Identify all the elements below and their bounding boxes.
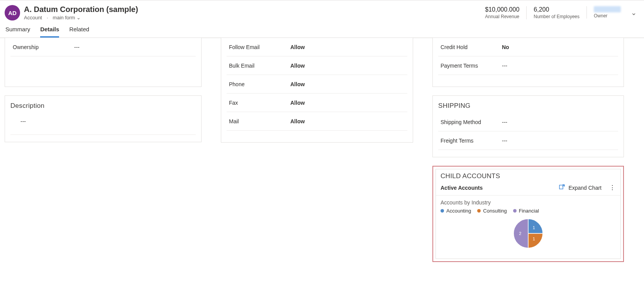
expand-chart-label: Expand Chart bbox=[568, 185, 602, 191]
field-follow-email[interactable]: Follow EmailAllow bbox=[227, 38, 407, 56]
tab-details[interactable]: Details bbox=[40, 26, 59, 37]
legend-label: Financial bbox=[519, 208, 539, 214]
field-ownership[interactable]: Ownership --- bbox=[10, 38, 196, 56]
legend-item: Accounting bbox=[441, 208, 471, 214]
legend-item: Consulting bbox=[477, 208, 507, 214]
tab-summary[interactable]: Summary bbox=[5, 26, 30, 37]
metric-owner[interactable]: Owner bbox=[586, 6, 628, 19]
metric-label: Number of Employees bbox=[534, 14, 580, 19]
field-bulk-email[interactable]: Bulk EmailAllow bbox=[227, 56, 407, 75]
field-value: Allow bbox=[290, 118, 407, 124]
metric-label: Owner bbox=[594, 13, 621, 19]
pie-slice-value: 1 bbox=[533, 237, 535, 241]
more-actions-button[interactable]: ⋮ bbox=[609, 184, 616, 191]
separator-dot bbox=[44, 15, 51, 20]
field-label: Ownership bbox=[10, 44, 74, 50]
field-label: Bulk Email bbox=[227, 63, 290, 69]
field-value: --- bbox=[502, 138, 618, 144]
field-value: Allow bbox=[290, 44, 407, 50]
pie-slice-value: 1 bbox=[533, 225, 535, 230]
field-label: Follow Email bbox=[227, 44, 290, 50]
field-shipping-method[interactable]: Shipping Method--- bbox=[438, 113, 618, 131]
pie-slice bbox=[528, 219, 543, 233]
field-label: Freight Terms bbox=[438, 138, 502, 144]
pie-slice bbox=[528, 233, 543, 248]
description-value[interactable]: --- bbox=[10, 113, 196, 135]
pie-slice-value: 2 bbox=[519, 231, 521, 236]
field-value: Allow bbox=[290, 100, 407, 106]
metric-value: 6,200 bbox=[534, 6, 580, 13]
view-selector[interactable]: Active Accounts bbox=[441, 185, 559, 191]
metric-label: Annual Revenue bbox=[485, 14, 519, 19]
metric-annual-revenue[interactable]: $10,000.000 Annual Revenue bbox=[478, 6, 526, 19]
legend-item: Financial bbox=[513, 208, 539, 214]
legend-color-dot bbox=[441, 209, 444, 213]
field-value: Allow bbox=[290, 81, 407, 87]
tab-related[interactable]: Related bbox=[69, 26, 89, 37]
metric-number-of-employees[interactable]: 6,200 Number of Employees bbox=[526, 6, 586, 19]
header-expand-chevron[interactable]: ⌄ bbox=[628, 9, 639, 17]
expand-icon bbox=[559, 184, 565, 191]
child-accounts-card: CHILD ACCOUNTS Active Accounts Expand Ch… bbox=[436, 169, 621, 259]
header-metrics: $10,000.000 Annual Revenue 6,200 Number … bbox=[478, 6, 628, 19]
shipping-card: SHIPPING Shipping Method---Freight Terms… bbox=[432, 95, 624, 157]
field-freight-terms[interactable]: Freight Terms--- bbox=[438, 131, 618, 150]
child-accounts-highlight: CHILD ACCOUNTS Active Accounts Expand Ch… bbox=[432, 166, 624, 262]
field-value: No bbox=[502, 44, 618, 50]
contact-preferences-card: Follow EmailAllowBulk EmailAllowPhoneAll… bbox=[221, 38, 413, 143]
section-title: Description bbox=[10, 102, 196, 110]
chevron-down-icon: ⌄ bbox=[76, 15, 81, 20]
legend-label: Accounting bbox=[446, 208, 471, 214]
field-phone[interactable]: PhoneAllow bbox=[227, 75, 407, 94]
field-mail[interactable]: MailAllow bbox=[227, 112, 407, 131]
field-credit-hold[interactable]: Credit HoldNo bbox=[438, 38, 618, 56]
field-label: Phone bbox=[227, 81, 290, 87]
field-label: Payment Terms bbox=[438, 63, 502, 69]
expand-chart-button[interactable]: Expand Chart bbox=[559, 184, 602, 191]
field-label: Fax bbox=[227, 100, 290, 106]
field-value: --- bbox=[502, 63, 618, 69]
field-label: Credit Hold bbox=[438, 44, 502, 50]
form-selector[interactable]: main form ⌄ bbox=[53, 15, 81, 20]
legend-label: Consulting bbox=[483, 208, 507, 214]
legend-color-dot bbox=[513, 209, 517, 213]
field-label: Mail bbox=[227, 118, 290, 124]
field-value: --- bbox=[74, 44, 196, 50]
field-value: --- bbox=[502, 119, 618, 125]
metric-value: $10,000.000 bbox=[485, 6, 519, 13]
description-card: Description --- bbox=[5, 95, 202, 142]
owner-value-redacted bbox=[594, 6, 621, 12]
field-fax[interactable]: FaxAllow bbox=[227, 94, 407, 112]
chart-legend: AccountingConsultingFinancial bbox=[441, 208, 616, 214]
section-title: SHIPPING bbox=[438, 102, 618, 110]
field-label: Shipping Method bbox=[438, 119, 502, 125]
pie-chart: 112 bbox=[511, 216, 546, 251]
chart-title: Accounts by Industry bbox=[441, 199, 616, 206]
record-header: AD A. Datum Corporation (sample) Account… bbox=[0, 0, 644, 20]
record-title: A. Datum Corporation (sample) bbox=[24, 5, 478, 14]
avatar: AD bbox=[5, 5, 20, 20]
billing-card: Credit HoldNoPayment Terms--- bbox=[432, 38, 624, 87]
svg-rect-0 bbox=[559, 185, 563, 189]
form-tabs: SummaryDetailsRelated bbox=[0, 20, 644, 38]
profile-card: Ownership --- bbox=[5, 38, 202, 87]
form-selector-label: main form bbox=[53, 15, 75, 20]
entity-label: Account bbox=[24, 15, 42, 20]
field-payment-terms[interactable]: Payment Terms--- bbox=[438, 56, 618, 75]
legend-color-dot bbox=[477, 209, 481, 213]
field-value: Allow bbox=[290, 63, 407, 69]
section-title: CHILD ACCOUNTS bbox=[436, 169, 620, 182]
